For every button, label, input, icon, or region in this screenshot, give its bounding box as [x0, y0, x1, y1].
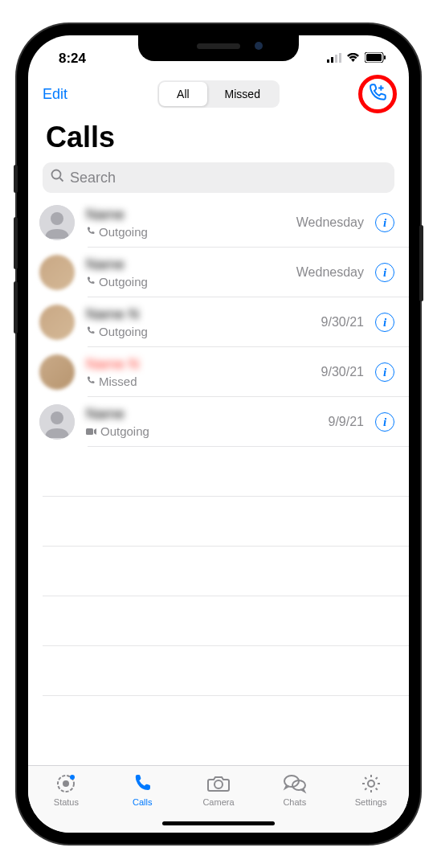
highlight-circle [358, 75, 397, 113]
empty-row [28, 596, 409, 646]
svg-line-8 [60, 178, 63, 182]
tab-label: Chats [283, 797, 306, 807]
tab-chats[interactable]: Chats [267, 772, 323, 833]
avatar [39, 205, 75, 240]
info-button[interactable]: i [375, 263, 394, 282]
call-subtype: Missed [99, 375, 137, 388]
call-date: 9/30/21 [321, 365, 364, 379]
search-icon [51, 169, 64, 186]
svg-point-12 [51, 411, 63, 424]
phone-icon [86, 225, 96, 239]
tab-label: Status [54, 797, 79, 807]
contact-name: Name N [86, 306, 139, 323]
info-button[interactable]: i [375, 412, 394, 432]
call-date: 9/9/21 [329, 415, 364, 429]
battery-icon [365, 51, 386, 67]
call-date: Wednesday [296, 215, 364, 230]
tab-label: Camera [202, 797, 234, 807]
camera-icon [207, 772, 230, 795]
call-row[interactable]: Name Outgoing 9/9/21 i [28, 397, 409, 447]
svg-point-17 [214, 780, 223, 788]
new-call-button[interactable] [357, 74, 398, 114]
info-button[interactable]: i [375, 362, 394, 382]
tab-label: Calls [133, 797, 152, 807]
search-placeholder: Search [70, 170, 116, 186]
page-title: Calls [28, 109, 409, 159]
calls-list: Name Outgoing Wednesday i Name [28, 198, 409, 765]
home-indicator[interactable] [162, 821, 275, 825]
empty-row [28, 646, 409, 696]
svg-point-7 [52, 170, 61, 179]
status-icon [55, 772, 76, 795]
wifi-icon [346, 51, 360, 67]
notch [138, 35, 299, 61]
contact-name: Name [86, 406, 125, 423]
phone-plus-icon [367, 82, 388, 106]
svg-rect-13 [86, 428, 93, 435]
call-subtype: Outgoing [100, 424, 149, 438]
avatar [39, 305, 75, 340]
svg-rect-5 [366, 54, 382, 61]
call-date: Wednesday [296, 265, 364, 280]
call-row[interactable]: Name N Outgoing 9/30/21 i [28, 297, 409, 347]
phone-icon [86, 375, 96, 388]
edit-button[interactable]: Edit [43, 86, 67, 103]
avatar [39, 354, 75, 390]
tab-status[interactable]: Status [38, 772, 94, 833]
call-subtype: Outgoing [99, 275, 148, 289]
search-input[interactable]: Search [43, 162, 394, 193]
svg-rect-1 [331, 57, 333, 63]
video-icon [86, 424, 97, 438]
info-button[interactable]: i [375, 213, 394, 232]
filter-segmented-control[interactable]: All Missed [157, 80, 280, 108]
empty-row [28, 547, 409, 596]
phone-icon [86, 275, 96, 289]
status-time: 8:24 [59, 51, 86, 67]
empty-row [28, 497, 409, 547]
avatar [39, 404, 75, 440]
contact-name: Name N [86, 356, 139, 373]
tab-settings[interactable]: Settings [343, 772, 399, 833]
svg-rect-0 [327, 59, 329, 63]
svg-rect-6 [384, 55, 386, 59]
tab-label: Settings [355, 797, 387, 807]
phone-icon [132, 772, 153, 795]
gear-icon [361, 772, 382, 795]
call-subtype: Outgoing [99, 225, 148, 239]
chats-icon [283, 772, 307, 795]
signal-icon [327, 51, 341, 67]
empty-row [28, 447, 409, 497]
phone-icon [86, 325, 96, 338]
svg-point-15 [63, 780, 69, 787]
svg-point-20 [368, 780, 374, 787]
svg-rect-2 [335, 55, 337, 63]
info-button[interactable]: i [375, 313, 394, 332]
contact-name: Name [86, 256, 125, 273]
svg-point-10 [51, 212, 63, 225]
segment-missed[interactable]: Missed [207, 82, 278, 106]
contact-name: Name [86, 207, 125, 223]
svg-point-16 [70, 775, 75, 780]
call-subtype: Outgoing [99, 325, 148, 338]
avatar [39, 255, 75, 290]
call-row[interactable]: Name Outgoing Wednesday i [28, 248, 409, 297]
call-row[interactable]: Name Outgoing Wednesday i [28, 198, 409, 248]
svg-rect-3 [339, 53, 341, 63]
segment-all[interactable]: All [159, 82, 207, 106]
call-row[interactable]: Name N Missed 9/30/21 i [28, 347, 409, 397]
call-date: 9/30/21 [321, 315, 364, 330]
